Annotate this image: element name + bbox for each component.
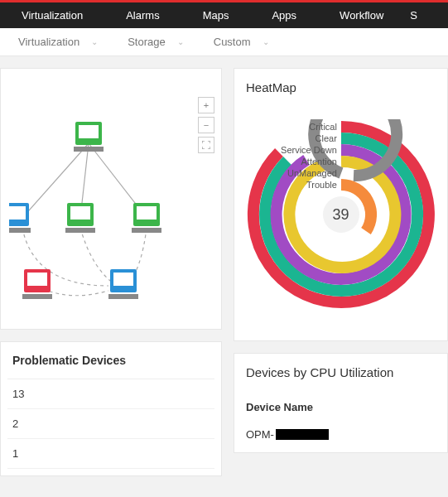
topology-node[interactable] [22,269,52,299]
nav-alarms[interactable]: Alarms [104,2,181,28]
svg-rect-5 [74,147,104,152]
topology-node[interactable] [132,203,161,233]
device-name-prefix: OPM- [246,428,274,441]
nav-virtualization[interactable]: Virtualization [0,2,104,28]
heatmap-panel: HeatMap Critical Clear Se [234,68,448,341]
chevron-down-icon: ⌄ [91,37,98,46]
nav-maps[interactable]: Maps [181,2,251,28]
svg-rect-19 [113,273,133,286]
table-row[interactable]: 13 [7,379,214,409]
topology-node[interactable] [9,203,31,233]
sub-nav: Virtualization ⌄ Storage ⌄ Custom ⌄ [0,28,448,56]
topology-node[interactable] [74,122,104,152]
subnav-label: Custom [214,36,251,48]
svg-rect-14 [132,228,161,233]
subnav-label: Storage [128,36,166,48]
fullscreen-icon [202,141,210,149]
table-row[interactable]: 2 [7,409,214,439]
topology-node[interactable] [108,269,138,299]
legend-item: Critical [246,121,337,133]
nav-workflow[interactable]: Workflow [318,2,405,28]
zoom-in-button[interactable]: + [198,97,214,113]
column-header-device-name: Device Name [246,401,436,413]
svg-rect-20 [108,294,138,299]
legend-item: Clear [246,133,337,144]
nav-apps[interactable]: Apps [250,2,318,28]
left-column: + − [0,68,222,476]
redacted-text [276,429,329,440]
fullscreen-button[interactable] [198,137,214,153]
svg-rect-7 [9,206,26,220]
heatmap-chart[interactable]: Critical Clear Service Down Attention Un… [246,103,436,326]
chevron-down-icon: ⌄ [263,37,269,46]
content: + − [0,56,448,476]
svg-rect-10 [70,206,90,220]
subnav-virtualization[interactable]: Virtualization ⌄ [3,36,113,48]
svg-rect-16 [27,273,47,286]
cpu-utilization-title: Devices by CPU Utilization [246,365,436,379]
svg-rect-8 [9,228,31,233]
legend-item: Attention [246,156,337,167]
subnav-label: Virtualization [18,36,79,48]
legend-item: Trouble [246,179,337,191]
right-column: HeatMap Critical Clear Se [234,68,448,476]
svg-rect-17 [22,294,52,299]
table-row[interactable]: OPM- [246,428,436,441]
svg-rect-4 [79,125,99,138]
subnav-storage[interactable]: Storage ⌄ [113,36,199,48]
chevron-down-icon: ⌄ [177,37,184,46]
svg-rect-11 [65,228,95,233]
legend-item: UnManaged [246,167,337,179]
problematic-devices-title: Problematic Devices [7,342,214,379]
top-nav: Virtualization Alarms Maps Apps Workflow… [0,0,448,28]
topology-node[interactable] [65,203,95,233]
topology-panel: + − [0,68,222,330]
zoom-out-button[interactable]: − [198,117,214,133]
heatmap-center-value: 39 [323,196,359,233]
nav-more[interactable]: S [405,2,422,28]
legend-item: Service Down [246,144,337,156]
cpu-utilization-panel: Devices by CPU Utilization Device Name O… [234,353,448,453]
heatmap-title: HeatMap [246,80,436,94]
subnav-custom[interactable]: Custom ⌄ [199,36,284,48]
svg-rect-13 [137,206,157,220]
heatmap-legend: Critical Clear Service Down Attention Un… [246,121,337,191]
problematic-devices-panel: Problematic Devices 13 2 1 [0,341,222,476]
topology-controls: + − [198,97,214,153]
table-row[interactable]: 1 [7,439,214,469]
topology-map[interactable] [9,77,213,321]
